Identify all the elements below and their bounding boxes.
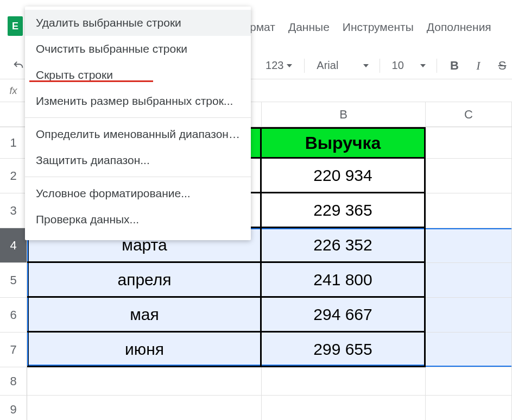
cell-b1[interactable]: Выручка bbox=[262, 127, 426, 159]
italic-button[interactable]: I bbox=[469, 56, 488, 76]
strikethrough-icon: S bbox=[498, 59, 507, 73]
cell-b4[interactable]: 226 352 bbox=[262, 228, 426, 263]
cell-a9[interactable] bbox=[27, 396, 262, 420]
cell-b3[interactable]: 229 365 bbox=[262, 193, 426, 228]
font-family-label: Arial bbox=[317, 59, 338, 72]
cell-a7[interactable]: июня bbox=[27, 333, 262, 367]
cell-a6[interactable]: мая bbox=[27, 298, 262, 333]
strikethrough-button[interactable]: S bbox=[492, 56, 512, 76]
row-header[interactable]: 2 bbox=[0, 159, 27, 193]
menu-clear-rows[interactable]: Очистить выбранные строки bbox=[25, 36, 251, 62]
select-all-corner[interactable] bbox=[0, 102, 27, 127]
column-header-c[interactable]: C bbox=[426, 102, 512, 127]
chevron-down-icon bbox=[287, 64, 292, 67]
separator bbox=[437, 59, 437, 73]
table-row: 7 июня 299 655 bbox=[0, 333, 512, 367]
row-header[interactable]: 5 bbox=[0, 263, 27, 298]
cell-b6[interactable]: 294 667 bbox=[262, 298, 426, 333]
menu-data-validation[interactable]: Проверка данных... bbox=[25, 206, 251, 233]
menu-tools[interactable]: Инструменты bbox=[343, 21, 414, 34]
menu-separator bbox=[25, 117, 251, 118]
table-row: 9 bbox=[0, 396, 512, 420]
chevron-down-icon bbox=[420, 64, 426, 67]
cell-c8[interactable] bbox=[426, 367, 512, 396]
number-format-dropdown[interactable]: 123 bbox=[261, 56, 296, 76]
menu-protect-range[interactable]: Защитить диапазон... bbox=[25, 147, 251, 173]
cell-b2[interactable]: 220 934 bbox=[262, 159, 426, 193]
row-header[interactable]: 4 bbox=[0, 228, 27, 263]
italic-icon: I bbox=[476, 59, 480, 73]
row-header[interactable]: 9 bbox=[0, 396, 27, 420]
cell-a8[interactable] bbox=[27, 367, 262, 396]
undo-icon bbox=[12, 60, 24, 72]
cell-b5[interactable]: 241 800 bbox=[262, 263, 426, 298]
cell-b9[interactable] bbox=[262, 396, 426, 420]
table-row: 5 апреля 241 800 bbox=[0, 263, 512, 298]
column-header-b[interactable]: B bbox=[262, 102, 426, 127]
cell-b8[interactable] bbox=[262, 367, 426, 396]
font-family-dropdown[interactable]: Arial bbox=[312, 56, 371, 76]
separator bbox=[380, 59, 380, 73]
menu-data[interactable]: Данные bbox=[288, 21, 330, 34]
font-size-dropdown[interactable]: 10 bbox=[388, 56, 429, 76]
cell-c5[interactable] bbox=[426, 263, 512, 298]
menu-addons[interactable]: Дополнения bbox=[427, 21, 491, 34]
cell-c3[interactable] bbox=[426, 193, 512, 228]
row-header[interactable]: 1 bbox=[0, 127, 27, 159]
cell-c7[interactable] bbox=[426, 333, 512, 367]
bold-button[interactable]: B bbox=[445, 56, 464, 76]
cell-c1[interactable] bbox=[426, 127, 512, 159]
menu-format[interactable]: рмат bbox=[250, 21, 275, 34]
context-menu: Удалить выбранные строки Очистить выбран… bbox=[25, 7, 251, 240]
cell-c2[interactable] bbox=[426, 159, 512, 193]
chevron-down-icon bbox=[363, 64, 369, 67]
bold-icon: B bbox=[450, 59, 459, 73]
table-row: 8 bbox=[0, 367, 512, 396]
menu-hide-rows[interactable]: Скрыть строки bbox=[25, 62, 251, 88]
menu-resize-rows[interactable]: Изменить размер выбранных строк... bbox=[25, 88, 251, 114]
separator bbox=[304, 59, 305, 73]
menu-delete-rows[interactable]: Удалить выбранные строки bbox=[25, 10, 251, 36]
cell-a5[interactable]: апреля bbox=[27, 263, 262, 298]
row-header[interactable]: 3 bbox=[0, 193, 27, 228]
row-header[interactable]: 7 bbox=[0, 333, 27, 367]
cell-c4[interactable] bbox=[426, 228, 512, 263]
red-underline-annotation bbox=[29, 80, 153, 82]
row-header[interactable]: 6 bbox=[0, 298, 27, 333]
fx-label: fx bbox=[0, 80, 27, 102]
menu-conditional-format[interactable]: Условное форматирование... bbox=[25, 180, 251, 206]
number-format-label: 123 bbox=[266, 59, 283, 72]
row-header[interactable]: 8 bbox=[0, 367, 27, 396]
table-row: 6 мая 294 667 bbox=[0, 298, 512, 333]
menu-named-range[interactable]: Определить именованный диапазон… bbox=[25, 121, 251, 147]
cell-c9[interactable] bbox=[426, 396, 512, 420]
cell-b7[interactable]: 299 655 bbox=[262, 333, 426, 367]
cell-c6[interactable] bbox=[426, 298, 512, 333]
menu-separator bbox=[25, 177, 251, 177]
font-size-label: 10 bbox=[392, 59, 404, 72]
